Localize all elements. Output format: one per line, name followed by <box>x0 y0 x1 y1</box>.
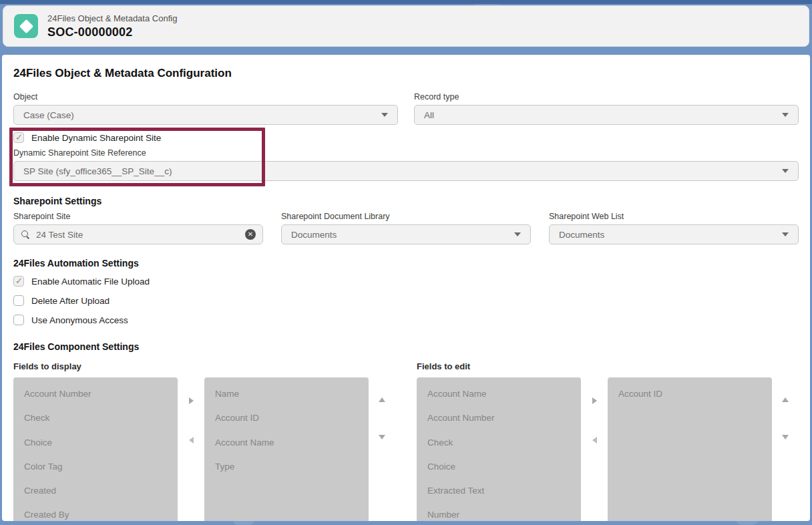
anonymous-access-label: Use Anonymous Access <box>31 315 128 325</box>
enable-dynamic-site-checkbox[interactable] <box>13 132 24 143</box>
config-panel: 24Files Object & Metadata Configuration … <box>2 55 810 521</box>
auto-upload-label: Enable Automatic File Upload <box>31 277 150 287</box>
record-header: 24Files Object & Metadata Config SOC-000… <box>3 5 809 47</box>
delete-after-upload-label: Delete After Upload <box>31 296 110 306</box>
automation-settings-heading: 24Files Automation Settings <box>13 258 799 269</box>
move-right-icon[interactable] <box>189 397 194 404</box>
list-option[interactable]: Extracted Text <box>417 479 581 503</box>
list-option[interactable]: Account ID <box>608 382 772 406</box>
list-option[interactable]: Check <box>13 406 178 430</box>
document-library-select[interactable]: Documents <box>281 224 531 244</box>
enable-dynamic-site-label: Enable Dynamic Sharepoint Site <box>31 133 161 143</box>
sharepoint-site-search[interactable]: ✕ <box>13 224 263 244</box>
sharepoint-site-input[interactable] <box>36 230 245 240</box>
web-list-value: Documents <box>559 230 777 240</box>
record-type-select-value: All <box>424 110 777 120</box>
dynamic-site-reference-select[interactable]: SP Site (sfy_office365__SP_Site__c) <box>13 161 799 181</box>
clear-icon[interactable]: ✕ <box>245 229 256 240</box>
move-left-icon[interactable] <box>189 437 194 444</box>
document-library-value: Documents <box>291 230 509 240</box>
move-down-icon[interactable] <box>379 435 385 440</box>
sharepoint-settings-heading: Sharepoint Settings <box>13 196 799 206</box>
fields-to-edit-label: Fields to edit <box>417 361 799 371</box>
chevron-down-icon <box>782 113 789 117</box>
fields-to-display-label: Fields to display <box>13 361 395 371</box>
app-icon <box>14 14 38 38</box>
web-list-select[interactable]: Documents <box>549 224 799 244</box>
fields-to-display-available-list: Account NumberCheckChoiceColor TagCreate… <box>13 377 178 521</box>
fields-to-edit-picker: Account NameAccount NumberCheckChoiceExt… <box>417 377 799 521</box>
list-option[interactable]: Check <box>417 431 581 455</box>
fields-to-edit-selected-list: Account ID <box>608 377 772 521</box>
record-title: SOC-00000002 <box>47 25 177 39</box>
list-option[interactable]: Account Name <box>417 382 581 406</box>
list-option[interactable]: Account Name <box>204 431 369 455</box>
move-up-icon[interactable] <box>379 397 385 402</box>
diamond-icon <box>19 19 33 33</box>
move-up-icon[interactable] <box>782 397 789 402</box>
list-option[interactable]: Created <box>13 479 178 503</box>
list-option[interactable]: Choice <box>417 455 581 479</box>
page-title: 24Files Object & Metadata Configuration <box>13 67 799 80</box>
fields-to-edit-available-list: Account NameAccount NumberCheckChoiceExt… <box>417 377 581 521</box>
document-library-label: Sharepoint Document Library <box>281 212 531 221</box>
list-option[interactable]: Account ID <box>204 406 369 430</box>
search-icon <box>21 230 30 239</box>
dynamic-site-reference-label: Dynamic Sharepoint Site Reference <box>13 148 799 158</box>
object-label: Object <box>13 92 398 102</box>
record-type-label: Record type <box>414 92 799 102</box>
entity-label: 24Files Object & Metadata Config <box>47 13 177 24</box>
chevron-down-icon <box>381 113 388 117</box>
delete-after-upload-checkbox[interactable] <box>13 295 24 306</box>
anonymous-access-checkbox[interactable] <box>13 315 24 325</box>
list-option[interactable]: Choice <box>13 431 178 455</box>
move-down-icon[interactable] <box>782 435 789 440</box>
component-settings-heading: 24Files Component Settings <box>13 341 799 352</box>
chevron-down-icon <box>782 169 789 173</box>
list-option[interactable]: Name <box>204 382 369 406</box>
auto-upload-checkbox[interactable] <box>13 276 24 287</box>
record-type-select[interactable]: All <box>414 105 799 125</box>
chevron-down-icon <box>782 232 789 236</box>
object-select-value: Case (Case) <box>23 110 376 120</box>
sharepoint-site-label: Sharepoint Site <box>13 212 263 221</box>
list-option[interactable]: Account Number <box>13 382 178 406</box>
list-option[interactable]: Number <box>417 503 581 521</box>
move-left-icon[interactable] <box>592 437 597 444</box>
chevron-down-icon <box>514 232 521 236</box>
list-option[interactable]: Type <box>204 455 369 479</box>
list-option[interactable]: Created By <box>13 503 178 521</box>
fields-to-display-selected-list: NameAccount IDAccount NameType <box>204 377 369 521</box>
list-option[interactable]: Account Number <box>417 406 581 430</box>
top-edge-strip <box>0 0 812 4</box>
dynamic-site-reference-value: SP Site (sfy_office365__SP_Site__c) <box>23 166 777 176</box>
fields-to-display-picker: Account NumberCheckChoiceColor TagCreate… <box>13 377 395 521</box>
move-right-icon[interactable] <box>592 397 597 404</box>
object-select[interactable]: Case (Case) <box>13 105 398 125</box>
list-option[interactable]: Color Tag <box>13 455 178 479</box>
web-list-label: Sharepoint Web List <box>549 212 799 221</box>
